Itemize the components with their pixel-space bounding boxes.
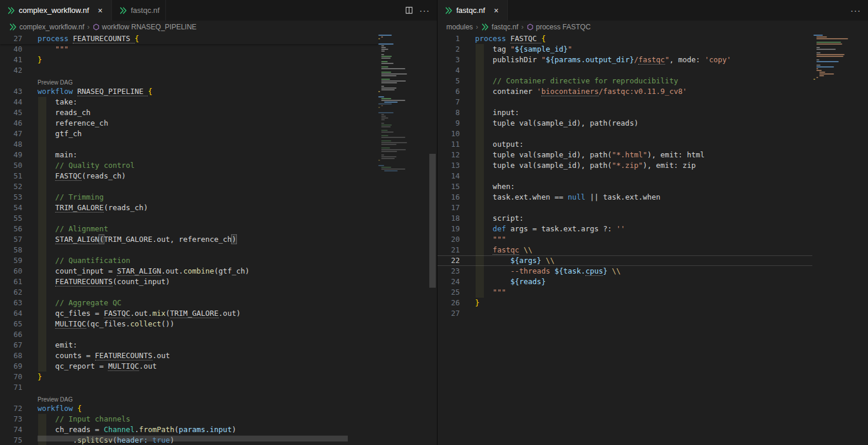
line-number[interactable]: 21 [438, 245, 460, 255]
code-line[interactable]: 63 // Aggregate QC [0, 298, 378, 308]
code-line[interactable]: 61 FEATURECOUNTS(count_input) [0, 277, 378, 287]
line-number[interactable]: 65 [0, 319, 22, 329]
code-editor-left[interactable]: 27process FEATURECOUNTS {40 """41}42Prev… [0, 33, 437, 445]
code-line[interactable]: 25 """ [438, 287, 812, 298]
line-number[interactable]: 54 [0, 203, 22, 213]
line-number[interactable]: 56 [0, 224, 22, 234]
code-line[interactable]: 59 // Quantification [0, 255, 378, 266]
code-line[interactable]: 46 reference_ch [0, 118, 378, 129]
code-line[interactable]: 74 ch_reads = Channel.fromPath(params.in… [0, 424, 378, 435]
codelens-preview-dag[interactable]: Preview DAG [38, 396, 73, 403]
code-line[interactable]: 8 input: [438, 107, 812, 118]
code-line[interactable]: 66 [0, 329, 378, 340]
line-number[interactable]: 59 [0, 255, 22, 266]
code-line[interactable]: 7 [438, 97, 812, 107]
line-number[interactable]: 41 [0, 55, 22, 65]
code-line[interactable]: 2 tag "${sample_id}" [438, 44, 812, 55]
line-number[interactable]: 62 [0, 287, 22, 298]
code-line[interactable]: 6 container 'biocontainers/fastqc:v0.11.… [438, 86, 812, 97]
code-line[interactable]: 53 // Trimming [0, 192, 378, 203]
vertical-scrollbar-thumb[interactable] [429, 154, 436, 288]
line-number[interactable]: 19 [438, 224, 460, 234]
tab-close-icon[interactable]: × [95, 5, 106, 16]
code-line[interactable]: 68 counts = FEATURECOUNTS.out [0, 350, 378, 361]
line-number[interactable]: 25 [438, 287, 460, 298]
line-number[interactable]: 67 [0, 340, 22, 350]
line-number[interactable]: 18 [438, 213, 460, 224]
code-line[interactable]: 72workflow { [0, 403, 378, 414]
code-line[interactable]: 16 task.ext.when == null || task.ext.whe… [438, 192, 812, 203]
line-number[interactable]: 13 [438, 160, 460, 171]
line-number[interactable]: 12 [438, 150, 460, 160]
line-number[interactable]: 17 [438, 203, 460, 213]
line-number[interactable]: 22 [438, 255, 460, 266]
code-line[interactable]: 9 tuple val(sample_id), path(reads) [438, 118, 812, 129]
line-number[interactable]: 10 [438, 129, 460, 139]
code-line[interactable]: 27 [438, 308, 812, 319]
split-editor-icon[interactable] [405, 6, 413, 15]
line-number[interactable]: 69 [0, 361, 22, 372]
line-number[interactable]: 1 [438, 33, 460, 44]
line-number[interactable]: 23 [438, 266, 460, 277]
code-line[interactable]: 42 [0, 65, 378, 76]
line-number[interactable]: 27 [0, 33, 22, 44]
line-number[interactable]: 74 [0, 424, 22, 435]
code-line[interactable]: 71 [0, 382, 378, 393]
line-number[interactable]: 11 [438, 139, 460, 150]
tab-close-icon[interactable]: × [491, 5, 501, 16]
code-line[interactable]: 70} [0, 372, 378, 382]
line-number[interactable]: 2 [438, 44, 460, 55]
line-number[interactable]: 8 [438, 107, 460, 118]
minimap-left[interactable] [378, 35, 428, 172]
line-number[interactable]: 70 [0, 372, 22, 382]
line-number[interactable]: 44 [0, 97, 22, 107]
code-line[interactable]: 15 when: [438, 181, 812, 192]
code-line[interactable]: 54 TRIM_GALORE(reads_ch) [0, 203, 378, 213]
line-number[interactable]: 75 [0, 435, 22, 445]
breadcrumb-item[interactable]: fastqc.nf [481, 23, 518, 31]
code-line[interactable]: 20 """ [438, 234, 812, 245]
line-number[interactable]: 42 [0, 65, 22, 76]
code-line[interactable]: 4 [438, 65, 812, 76]
code-line[interactable]: 58 [0, 245, 378, 255]
line-number[interactable]: 60 [0, 266, 22, 277]
line-number[interactable]: 55 [0, 213, 22, 224]
code-line[interactable]: 41} [0, 55, 378, 65]
codelens-preview-dag[interactable]: Preview DAG [38, 79, 73, 86]
breadcrumb-item[interactable]: modules [446, 23, 473, 31]
code-line[interactable]: 18 script: [438, 213, 812, 224]
code-line[interactable]: 56 // Alignment [0, 224, 378, 234]
code-line[interactable]: 43workflow RNASEQ_PIPELINE { [0, 86, 378, 97]
code-line[interactable]: 47 gtf_ch [0, 129, 378, 139]
code-line[interactable]: 67 emit: [0, 340, 378, 350]
code-line[interactable]: 19 def args = task.ext.args ?: '' [438, 224, 812, 234]
line-number[interactable]: 63 [0, 298, 22, 308]
code-line[interactable]: 21 fastqc \\ [438, 245, 812, 255]
line-number[interactable]: 53 [0, 192, 22, 203]
code-line[interactable]: 22 ${args} \\ [438, 255, 812, 266]
tab-fastqc.nf[interactable]: fastqc.nf [112, 0, 166, 21]
code-line[interactable]: 13 tuple val(sample_id), path("*.zip"), … [438, 160, 812, 171]
line-number[interactable]: 20 [438, 234, 460, 245]
line-number[interactable]: 40 [0, 44, 22, 55]
line-number[interactable]: 7 [438, 97, 460, 107]
code-line[interactable]: 51 FASTQC(reads_ch) [0, 171, 378, 181]
line-number[interactable]: 3 [438, 55, 460, 65]
code-editor-right[interactable]: 1process FASTQC {2 tag "${sample_id}"3 p… [438, 33, 868, 445]
line-number[interactable]: 45 [0, 107, 22, 118]
code-line[interactable]: 49 main: [0, 150, 378, 160]
code-line[interactable]: 57 STAR_ALIGN(TRIM_GALORE.out, reference… [0, 234, 378, 245]
line-number[interactable]: 26 [438, 298, 460, 308]
line-number[interactable]: 50 [0, 160, 22, 171]
code-line[interactable]: 26} [438, 298, 812, 308]
line-number[interactable]: 64 [0, 308, 22, 319]
code-line[interactable]: 5 // Container directive for reproducibi… [438, 76, 812, 86]
breadcrumb-item[interactable]: process FASTQC [527, 23, 591, 31]
code-line[interactable]: 73 // Input channels [0, 414, 378, 424]
tab-fastqc.nf[interactable]: fastqc.nf× [438, 0, 508, 21]
line-number[interactable]: 68 [0, 350, 22, 361]
code-line[interactable]: 45 reads_ch [0, 107, 378, 118]
code-line[interactable]: 14 [438, 171, 812, 181]
line-number[interactable]: 15 [438, 181, 460, 192]
code-line[interactable]: 69 qc_report = MULTIQC.out [0, 361, 378, 372]
